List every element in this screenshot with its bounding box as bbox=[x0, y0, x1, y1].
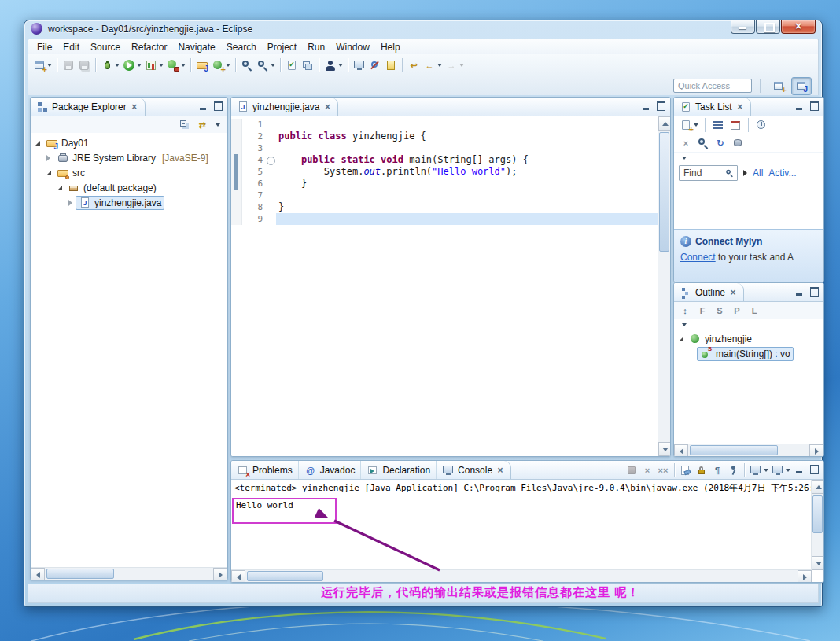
new-task-button[interactable] bbox=[678, 117, 700, 133]
scheduled-button[interactable] bbox=[728, 117, 743, 133]
task-search-input[interactable]: Find bbox=[679, 165, 738, 181]
new-task-dropdown-icon[interactable] bbox=[694, 123, 698, 127]
maximize-view-button[interactable] bbox=[808, 463, 821, 476]
scrollbar-thumb[interactable] bbox=[690, 445, 778, 455]
tree-expand-icon[interactable] bbox=[43, 155, 53, 161]
scrollbar-track[interactable] bbox=[658, 131, 670, 442]
quick-access-input[interactable]: Quick Access bbox=[673, 79, 752, 93]
hide-local-types-button[interactable] bbox=[746, 303, 762, 319]
new-wizard-button[interactable] bbox=[31, 57, 53, 73]
expand-filters-icon[interactable] bbox=[743, 170, 747, 176]
tab-declaration[interactable]: Declaration bbox=[361, 461, 437, 479]
new-java-class-dropdown-icon[interactable] bbox=[226, 64, 230, 67]
debug-button[interactable] bbox=[99, 57, 121, 73]
annotation-ruler-cell[interactable] bbox=[231, 154, 242, 166]
title-bar[interactable]: workspace - Day01/src/yinzhengjie.java -… bbox=[24, 20, 822, 38]
code-line[interactable]: 8} bbox=[231, 201, 658, 213]
scrollbar-thumb[interactable] bbox=[812, 495, 823, 533]
coverage-dropdown-icon[interactable] bbox=[159, 64, 164, 67]
search-button[interactable] bbox=[255, 57, 277, 73]
close-view-icon[interactable] bbox=[735, 101, 745, 112]
open-task-button[interactable] bbox=[284, 57, 300, 73]
horizontal-scrollbar[interactable] bbox=[31, 567, 227, 580]
horizontal-scrollbar[interactable] bbox=[674, 444, 823, 456]
run-dropdown-icon[interactable] bbox=[137, 64, 142, 67]
tab-problems[interactable]: Problems bbox=[231, 461, 299, 479]
forward-history-button[interactable] bbox=[444, 57, 466, 73]
scroll-left-button[interactable] bbox=[31, 568, 45, 580]
external-tools-button[interactable] bbox=[165, 57, 187, 73]
open-type-button[interactable] bbox=[239, 57, 255, 73]
tree-item[interactable]: main(String[]) : vo bbox=[674, 346, 823, 361]
tree-item[interactable]: (default package) bbox=[31, 180, 227, 195]
menu-window[interactable]: Window bbox=[330, 40, 375, 54]
new-java-class-button[interactable] bbox=[210, 57, 232, 73]
tree-collapse-icon[interactable] bbox=[32, 141, 42, 146]
annotation-ruler-cell[interactable] bbox=[231, 178, 242, 190]
code-line[interactable]: 4 public static void main(String[] args)… bbox=[231, 154, 658, 166]
maximize-view-button[interactable] bbox=[654, 100, 668, 112]
close-tab-icon[interactable] bbox=[496, 465, 505, 476]
task-repositories-button[interactable] bbox=[730, 135, 746, 151]
tree-collapse-icon[interactable] bbox=[43, 171, 53, 175]
package-explorer-tab[interactable]: Package Explorer bbox=[31, 98, 146, 116]
tree-expand-icon[interactable] bbox=[65, 200, 76, 206]
minimize-view-button[interactable] bbox=[792, 286, 805, 298]
scroll-right-button[interactable] bbox=[798, 570, 812, 583]
word-wrap-button[interactable] bbox=[709, 462, 725, 478]
vertical-scrollbar[interactable] bbox=[811, 480, 823, 570]
tree-collapse-icon[interactable] bbox=[54, 186, 64, 190]
menu-source[interactable]: Source bbox=[85, 40, 126, 54]
mark-occurrences-button[interactable] bbox=[383, 57, 399, 73]
code-line[interactable]: 1 bbox=[231, 119, 658, 131]
vertical-scrollbar[interactable] bbox=[658, 116, 670, 456]
clear-console-button[interactable] bbox=[678, 462, 694, 478]
terminate-button[interactable] bbox=[624, 462, 639, 478]
scrollbar-thumb[interactable] bbox=[46, 569, 114, 579]
scroll-right-button[interactable] bbox=[213, 568, 227, 580]
open-console-dropdown-icon[interactable] bbox=[786, 469, 790, 472]
delete-task-button[interactable] bbox=[678, 135, 694, 151]
tree-item[interactable]: Day01 bbox=[31, 135, 227, 150]
minimize-view-button[interactable] bbox=[792, 463, 805, 476]
annotation-ruler-cell[interactable] bbox=[231, 201, 242, 213]
new-working-set-button[interactable] bbox=[300, 57, 315, 73]
filter-all-link[interactable]: All bbox=[753, 168, 763, 179]
display-selected-console-dropdown-icon[interactable] bbox=[764, 469, 768, 472]
scrollbar-thumb[interactable] bbox=[659, 132, 669, 252]
new-java-project-button[interactable] bbox=[194, 57, 210, 73]
collapse-all-button[interactable] bbox=[177, 117, 193, 133]
scroll-left-button[interactable] bbox=[231, 570, 245, 583]
remove-launch-button[interactable] bbox=[639, 462, 655, 478]
view-menu-button[interactable] bbox=[216, 123, 220, 127]
minimize-window-button[interactable] bbox=[731, 20, 755, 34]
code-line[interactable]: 2public class yinzhengjie { bbox=[231, 131, 658, 142]
scrollbar-track[interactable] bbox=[812, 494, 823, 556]
tree-collapse-icon[interactable] bbox=[676, 337, 686, 341]
focus-workweek-button[interactable] bbox=[753, 117, 769, 133]
hide-static-members-button[interactable] bbox=[712, 303, 728, 319]
outline-tab[interactable]: Outline bbox=[674, 283, 744, 301]
task-list-tab[interactable]: Task List bbox=[674, 98, 751, 116]
hide-non-public-button[interactable] bbox=[729, 303, 745, 319]
annotation-ruler-cell[interactable] bbox=[231, 190, 242, 201]
menu-navigate[interactable]: Navigate bbox=[172, 40, 220, 54]
scrollbar-thumb[interactable] bbox=[247, 571, 323, 581]
search-dropdown-icon[interactable] bbox=[271, 64, 275, 67]
close-tab-icon[interactable] bbox=[322, 101, 332, 112]
menu-help[interactable]: Help bbox=[375, 40, 406, 54]
menu-search[interactable]: Search bbox=[221, 40, 262, 54]
scroll-lock-button[interactable] bbox=[694, 462, 709, 478]
debug-dropdown-icon[interactable] bbox=[115, 64, 120, 67]
horizontal-scrollbar[interactable] bbox=[231, 569, 812, 582]
back-history-dropdown-icon[interactable] bbox=[437, 64, 442, 67]
run-button[interactable] bbox=[121, 57, 143, 73]
skip-all-breakpoints-button[interactable] bbox=[367, 57, 383, 73]
code-line[interactable]: 5 System.out.println("Hello world"); bbox=[231, 166, 658, 178]
sort-button[interactable] bbox=[677, 303, 693, 319]
categorized-button[interactable] bbox=[710, 117, 726, 133]
tree-item[interactable]: yinzhengjie bbox=[674, 331, 823, 346]
annotation-ruler-cell[interactable] bbox=[231, 213, 242, 225]
scroll-down-button[interactable] bbox=[658, 442, 671, 456]
minimize-view-button[interactable] bbox=[196, 100, 209, 112]
